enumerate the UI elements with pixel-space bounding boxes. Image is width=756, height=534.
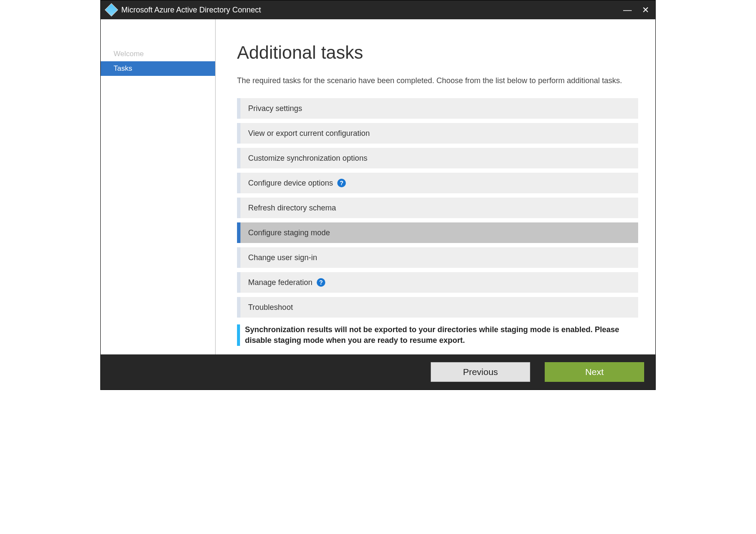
task-label: Manage federation (248, 278, 312, 287)
task-label: Customize synchronization options (248, 154, 367, 163)
sidebar-item-welcome[interactable]: Welcome (101, 47, 215, 61)
task-customize-sync[interactable]: Customize synchronization options (237, 148, 638, 168)
staging-notice: Synchronization results will not be expo… (237, 324, 638, 346)
close-icon[interactable]: ✕ (642, 5, 649, 15)
page-title: Additional tasks (237, 42, 638, 63)
task-accent-bar (237, 222, 240, 243)
task-accent-bar (237, 247, 240, 268)
help-icon[interactable]: ? (317, 278, 325, 287)
app-icon (105, 3, 118, 16)
task-label: Refresh directory schema (248, 204, 336, 213)
window-title: Microsoft Azure Active Directory Connect (121, 6, 261, 15)
window: Microsoft Azure Active Directory Connect… (100, 0, 656, 390)
task-configure-staging[interactable]: Configure staging mode (237, 222, 638, 243)
task-configure-device[interactable]: Configure device options ? (237, 173, 638, 193)
task-change-signin[interactable]: Change user sign-in (237, 247, 638, 268)
task-label: View or export current configuration (248, 129, 370, 138)
task-manage-federation[interactable]: Manage federation ? (237, 272, 638, 293)
minimize-icon[interactable]: — (623, 5, 632, 15)
task-label: Privacy settings (248, 104, 302, 113)
titlebar: Microsoft Azure Active Directory Connect… (101, 0, 655, 19)
task-label: Change user sign-in (248, 253, 317, 262)
sidebar-item-tasks[interactable]: Tasks (101, 61, 215, 76)
sidebar-item-label: Tasks (114, 64, 132, 73)
previous-button[interactable]: Previous (431, 362, 530, 382)
task-troubleshoot[interactable]: Troubleshoot (237, 297, 638, 318)
task-view-export-config[interactable]: View or export current configuration (237, 123, 638, 144)
task-label: Configure device options (248, 179, 333, 188)
sidebar: Welcome Tasks (101, 19, 216, 354)
task-label: Troubleshoot (248, 303, 293, 312)
task-accent-bar (237, 123, 240, 144)
body: Welcome Tasks Additional tasks The requi… (101, 19, 655, 354)
sidebar-item-label: Welcome (114, 50, 144, 58)
footer: Previous Next (101, 354, 655, 390)
next-button[interactable]: Next (545, 362, 644, 382)
task-accent-bar (237, 297, 240, 318)
task-accent-bar (237, 173, 240, 193)
main-panel: Additional tasks The required tasks for … (216, 19, 655, 354)
task-accent-bar (237, 272, 240, 293)
window-controls: — ✕ (623, 0, 649, 19)
help-icon[interactable]: ? (337, 179, 346, 187)
task-accent-bar (237, 148, 240, 168)
notice-accent-bar (237, 324, 240, 346)
task-label: Configure staging mode (248, 228, 330, 237)
notice-text: Synchronization results will not be expo… (245, 324, 638, 346)
task-privacy-settings[interactable]: Privacy settings (237, 98, 638, 119)
task-refresh-schema[interactable]: Refresh directory schema (237, 198, 638, 218)
task-list: Privacy settings View or export current … (237, 98, 638, 318)
task-accent-bar (237, 98, 240, 119)
task-accent-bar (237, 198, 240, 218)
page-subtitle: The required tasks for the scenario have… (237, 75, 638, 86)
